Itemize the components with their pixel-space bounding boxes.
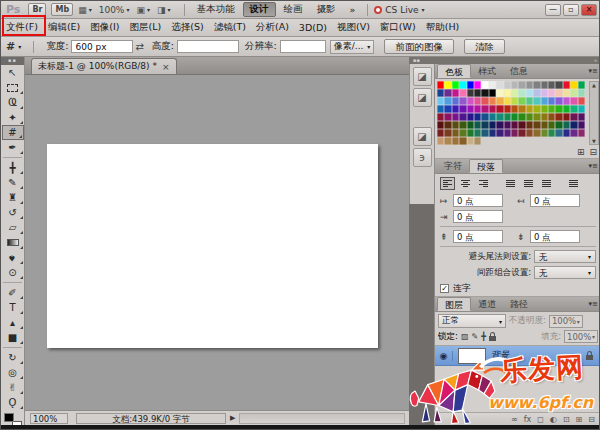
color-swatch[interactable] — [578, 129, 585, 137]
link-layers-icon[interactable]: ∞ — [511, 415, 518, 424]
hyphenate-checkbox[interactable]: ✓ — [440, 284, 449, 293]
indent-right-input[interactable]: 0 点 — [530, 194, 580, 207]
layers-tab-2[interactable]: 路径 — [503, 297, 535, 311]
view-extras-dropdown[interactable]: ▣ ▾ — [136, 5, 150, 15]
color-swatch[interactable] — [548, 129, 555, 137]
color-swatch[interactable] — [452, 89, 459, 97]
history-brush-tool[interactable]: ↺ — [2, 205, 24, 220]
tool-preset-picker[interactable]: # ▾ — [6, 40, 21, 53]
color-swatch[interactable] — [504, 129, 511, 137]
mini-bridge-button[interactable]: Mb — [51, 3, 73, 16]
new-swatch-icon[interactable]: ⊞ — [577, 147, 585, 157]
blend-mode-select[interactable]: 正常 ▾ — [438, 314, 506, 328]
color-swatch[interactable] — [518, 129, 525, 137]
resolution-input[interactable] — [280, 40, 326, 53]
color-swatch[interactable] — [541, 105, 548, 113]
color-swatch[interactable] — [548, 121, 555, 129]
color-swatch[interactable] — [533, 129, 540, 137]
dock-header-strip[interactable]: ▪▪ » — [409, 57, 600, 64]
toolbox-header[interactable]: ▪▪ — [1, 57, 24, 65]
color-swatch[interactable] — [526, 129, 533, 137]
collapsed-panel-icon-1[interactable]: ◪ — [413, 67, 432, 86]
color-swatch[interactable] — [467, 97, 474, 105]
layers-panel-menu-icon[interactable]: ▾≡ — [589, 300, 598, 308]
height-input[interactable] — [177, 40, 239, 53]
add-layer-mask-icon[interactable]: ◻ — [537, 415, 544, 424]
color-swatch[interactable] — [452, 81, 459, 89]
lock-position-icon[interactable]: ╋ — [481, 332, 486, 341]
color-swatch[interactable] — [533, 89, 540, 97]
rectangle-shape-tool[interactable]: ■ — [2, 330, 24, 345]
justify-last-center-button[interactable] — [521, 177, 536, 190]
lock-image-pixels-icon[interactable]: ✎ — [471, 332, 478, 341]
horizontal-scrollbar[interactable] — [239, 413, 405, 424]
color-swatch[interactable] — [555, 129, 562, 137]
color-swatch[interactable] — [511, 121, 518, 129]
color-swatch[interactable] — [474, 129, 481, 137]
color-swatch[interactable] — [548, 81, 555, 89]
color-swatch[interactable] — [541, 89, 548, 97]
color-swatch[interactable] — [548, 105, 555, 113]
color-swatch[interactable] — [452, 121, 459, 129]
color-swatch[interactable] — [563, 81, 570, 89]
color-swatch[interactable] — [533, 81, 540, 89]
color-swatch[interactable] — [563, 97, 570, 105]
color-swatch[interactable] — [452, 129, 459, 137]
color-swatch[interactable] — [474, 97, 481, 105]
color-swatch[interactable] — [444, 97, 451, 105]
color-swatch[interactable] — [526, 89, 533, 97]
color-swatch[interactable] — [496, 97, 503, 105]
menu-item-10[interactable]: 帮助(H) — [421, 19, 465, 36]
color-swatch[interactable] — [437, 113, 444, 121]
workspace-button-0[interactable]: 基本功能 — [191, 2, 241, 17]
color-swatch[interactable] — [518, 113, 525, 121]
menu-item-5[interactable]: 滤镜(T) — [209, 19, 251, 36]
color-swatch[interactable] — [481, 121, 488, 129]
scroll-up-icon[interactable]: ▲ — [592, 82, 596, 88]
color-swatch[interactable] — [467, 113, 474, 121]
color-swatch[interactable] — [496, 129, 503, 137]
color-swatch[interactable] — [437, 137, 444, 145]
color-swatch[interactable] — [563, 121, 570, 129]
restore-button[interactable]: ▫ — [563, 4, 579, 16]
color-swatch[interactable] — [555, 81, 562, 89]
indent-left-input[interactable]: 0 点 — [453, 194, 503, 207]
color-swatch[interactable] — [578, 121, 585, 129]
color-swatch[interactable] — [541, 113, 548, 121]
color-swatch[interactable] — [444, 89, 451, 97]
color-swatch[interactable] — [496, 113, 503, 121]
color-swatch[interactable] — [570, 89, 577, 97]
swatches-scrollbar[interactable]: ▲ ▼ — [589, 81, 599, 145]
clear-button[interactable]: 清除 — [464, 39, 505, 54]
align-right-button[interactable] — [476, 177, 491, 190]
color-swatch[interactable] — [489, 121, 496, 129]
delete-swatch-icon[interactable]: ⊟ — [589, 147, 597, 157]
lock-all-icon[interactable] — [489, 336, 496, 341]
kinsoku-select[interactable]: 无 ▾ — [534, 250, 596, 263]
color-swatch[interactable] — [459, 129, 466, 137]
color-swatch[interactable] — [474, 113, 481, 121]
layer-thumbnail[interactable] — [458, 348, 486, 364]
swatches-panel-menu-icon[interactable]: ▾≡ — [589, 67, 598, 75]
color-swatch[interactable] — [444, 113, 451, 121]
color-swatch[interactable] — [526, 97, 533, 105]
zoom-level-dropdown[interactable]: 100% ▾ — [99, 5, 130, 15]
justify-last-left-button[interactable] — [503, 177, 518, 190]
color-swatch[interactable] — [467, 89, 474, 97]
layers-tab-1[interactable]: 通道 — [471, 297, 503, 311]
color-swatch[interactable] — [518, 89, 525, 97]
blur-tool[interactable]: ♠ — [2, 250, 24, 265]
paragraph-panel-menu-icon[interactable]: ▾≡ — [589, 162, 598, 170]
color-swatch[interactable] — [504, 121, 511, 129]
color-swatch[interactable] — [555, 121, 562, 129]
color-swatch[interactable] — [548, 89, 555, 97]
color-swatch[interactable] — [467, 129, 474, 137]
layer-name[interactable]: 背景 — [491, 349, 586, 362]
space-before-input[interactable]: 0 点 — [453, 230, 503, 243]
color-swatch[interactable] — [563, 129, 570, 137]
color-swatch[interactable] — [459, 121, 466, 129]
color-swatch[interactable] — [533, 97, 540, 105]
color-swatch[interactable] — [459, 89, 466, 97]
color-swatch[interactable] — [526, 105, 533, 113]
align-center-button[interactable] — [458, 177, 473, 190]
